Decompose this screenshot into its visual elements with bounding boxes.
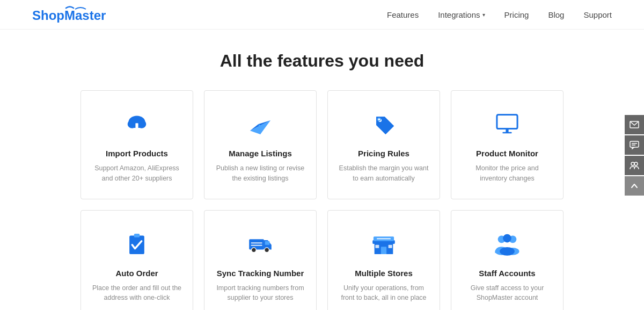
svg-rect-41 [630,141,639,147]
svg-point-39 [500,247,515,256]
svg-rect-20 [134,233,140,237]
staff-accounts-desc: Give staff access to your ShopMaster acc… [462,283,552,304]
truck-icon [244,228,276,260]
import-products-title: Import Products [106,149,168,158]
feature-card-multiple-stores: Multiple Stores Unify your operations, f… [327,210,440,311]
pricing-rules-desc: Establish the margin you want to earn au… [339,163,429,184]
nav: Features Integrations ▾ Pricing Blog Sup… [387,10,612,19]
svg-point-24 [265,247,269,252]
nav-support[interactable]: Support [583,10,612,19]
product-monitor-title: Product Monitor [476,149,538,158]
nav-features[interactable]: Features [387,10,419,19]
feature-card-sync-tracking: Sync Tracking Number Import tracking num… [204,210,317,311]
email-side-button[interactable] [625,115,644,134]
main-content: All the features you need Import Product… [0,30,644,310]
import-products-desc: Support Amazon, AliExpress and other 20+… [92,163,182,184]
users-icon [491,228,523,260]
feature-card-pricing-rules: Pricing Rules Establish the margin you w… [327,90,440,199]
sync-tracking-desc: Import tracking numbers from supplier to… [215,283,305,304]
chevron-down-icon: ▾ [482,12,485,18]
feature-card-manage-listings: Manage Listings Publish a new listing or… [204,90,317,199]
store-icon [368,228,400,260]
svg-rect-30 [375,244,379,248]
svg-rect-18 [502,132,511,134]
nav-integrations[interactable]: Integrations ▾ [438,10,485,19]
staff-accounts-title: Staff Accounts [479,269,535,278]
svg-point-45 [634,162,638,165]
nav-pricing[interactable]: Pricing [504,10,529,19]
monitor-icon [491,108,523,140]
feature-card-import-products: Import Products Support Amazon, AliExpre… [80,90,193,199]
nav-blog[interactable]: Blog [548,10,564,19]
svg-rect-31 [389,244,392,248]
logo-svg: Shop Master [32,5,129,24]
product-monitor-desc: Monitor the price and inventory changes [462,163,552,184]
multiple-stores-title: Multiple Stores [355,269,413,278]
users-side-button[interactable] [625,156,644,175]
send-icon [244,108,276,140]
auto-order-desc: Place the order and fill out the address… [92,283,182,304]
svg-marker-7 [133,128,141,133]
svg-point-44 [631,162,634,165]
feature-card-product-monitor: Product Monitor Monitor the price and in… [451,90,564,199]
multiple-stores-desc: Unify your operations, from front to bac… [339,283,429,304]
scroll-up-button[interactable] [625,176,644,196]
cloud-download-icon [121,108,153,140]
svg-rect-17 [506,129,508,133]
logo[interactable]: Shop Master [32,5,129,24]
manage-listings-title: Manage Listings [229,149,292,158]
svg-point-14 [378,119,380,120]
svg-rect-15 [497,115,517,129]
chat-side-button[interactable] [625,135,644,155]
clipboard-check-icon [121,228,153,260]
svg-rect-29 [381,247,386,254]
svg-rect-22 [265,241,270,244]
auto-order-title: Auto Order [115,269,158,278]
page-title: All the features you need [32,51,612,71]
pricing-rules-title: Pricing Rules [358,149,409,158]
svg-point-38 [503,234,511,242]
price-tag-icon [368,108,400,140]
feature-card-auto-order: Auto Order Place the order and fill out … [80,210,193,311]
manage-listings-desc: Publish a new listing or revise the exis… [215,163,305,184]
header: Shop Master Features Integrations ▾ Pric… [0,0,644,30]
svg-point-23 [252,247,257,252]
svg-rect-21 [249,239,264,249]
feature-card-staff-accounts: Staff Accounts Give staff access to your… [451,210,564,311]
sync-tracking-title: Sync Tracking Number [217,269,304,278]
side-buttons [625,115,644,196]
features-grid: Import Products Support Amazon, AliExpre… [80,90,564,310]
svg-text:Master: Master [64,8,106,23]
svg-text:Shop: Shop [32,8,64,23]
